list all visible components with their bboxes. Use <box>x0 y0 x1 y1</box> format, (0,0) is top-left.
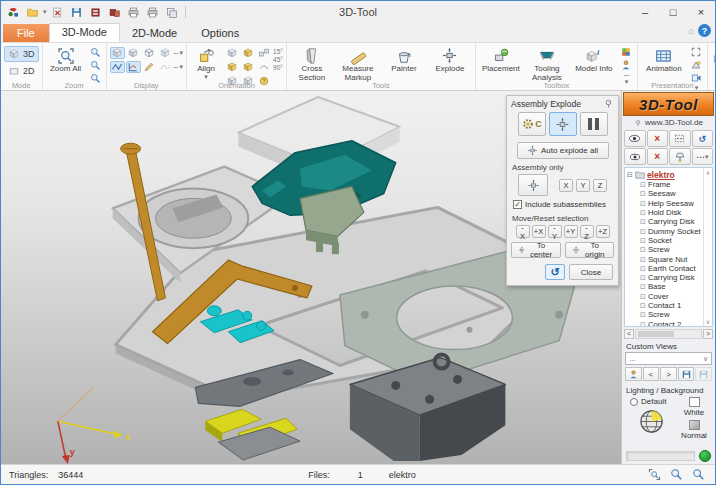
show-part-button[interactable] <box>624 130 646 147</box>
display-pencil-icon[interactable] <box>142 61 157 73</box>
tab-options[interactable]: Options <box>189 25 251 42</box>
scroll-down-arrow[interactable]: ∨ <box>706 318 710 325</box>
white-swatch[interactable] <box>689 397 700 407</box>
expander-icon[interactable]: ⊟ <box>627 171 633 179</box>
zoom-all-button[interactable]: Zoom All <box>46 45 86 74</box>
lighting-default-option[interactable]: Default <box>626 397 676 406</box>
tooling-analysis-button[interactable]: Tooling Analysis <box>525 45 569 83</box>
viewport-3d[interactable]: x y Assembly Explode C <box>1 91 621 464</box>
select-frame-button[interactable] <box>669 130 691 147</box>
hide-all-button[interactable]: × <box>647 148 669 165</box>
app-logo-icon[interactable] <box>5 4 21 20</box>
view-front-icon[interactable] <box>224 61 239 73</box>
move-plus-x-button[interactable]: +X <box>532 225 546 238</box>
align-button[interactable]: Align ▾ <box>190 45 222 80</box>
tab-2d-mode[interactable]: 2D-Mode <box>120 25 189 42</box>
background-normal-option[interactable]: Normal <box>677 420 711 440</box>
angle-45-button[interactable]: 45° <box>273 56 283 63</box>
display-caret-2[interactable]: ▾ <box>180 64 184 70</box>
tree-panel-toggle-icon[interactable] <box>711 47 716 71</box>
print-icon[interactable] <box>145 4 161 20</box>
explode-assembly-button[interactable] <box>518 174 548 196</box>
tree-item[interactable]: ⊡Contact 2 <box>627 319 703 327</box>
include-subassemblies-row[interactable]: ✓ Include subassemblies <box>507 198 618 212</box>
color-grid-icon[interactable] <box>619 46 634 58</box>
explode-panel-titlebar[interactable]: Assembly Explode <box>507 96 618 111</box>
move-minus-z-button[interactable]: -Z <box>580 225 594 238</box>
normal-swatch[interactable] <box>689 420 700 430</box>
tree-root-label[interactable]: elektro <box>647 170 675 180</box>
move-plus-y-button[interactable]: +Y <box>564 225 578 238</box>
open-dropdown-caret[interactable]: ▾ <box>43 9 47 15</box>
explode-close-button[interactable]: Close <box>569 264 613 280</box>
tree-item[interactable]: ⊡Seesaw <box>627 189 703 198</box>
brand-logo[interactable]: 3D-Tool <box>623 92 714 116</box>
animation-button[interactable]: Animation <box>641 45 687 74</box>
tree-item[interactable]: ⊡Screw <box>627 245 703 254</box>
tree-item[interactable]: ⊡Earth Contact <box>627 264 703 273</box>
more-options-button[interactable]: ⋯▾ <box>692 148 714 165</box>
view-walk-button[interactable] <box>625 367 642 381</box>
angle-15-button[interactable]: 15° <box>273 48 283 55</box>
close-file-icon[interactable] <box>50 4 66 20</box>
hscroll-thumb[interactable] <box>638 331 674 337</box>
zoom-in-status-icon[interactable] <box>670 468 683 481</box>
auto-explode-all-button[interactable]: Auto explode all <box>517 142 609 159</box>
help-button[interactable]: ? <box>698 24 711 37</box>
close-button[interactable]: × <box>687 1 715 23</box>
tree-item[interactable]: ⊡Dummy Socket <box>627 226 703 235</box>
measure-markup-button[interactable]: Measure Markup <box>336 45 380 83</box>
explode-button[interactable]: Explode <box>428 45 472 74</box>
mode-2d-button[interactable]: 2D <box>4 63 39 79</box>
tree-item[interactable]: ⊡Frame <box>627 180 703 189</box>
undo-explode-button[interactable]: ↺ <box>545 264 565 280</box>
zoom-out-status-icon[interactable] <box>692 468 705 481</box>
tree-item[interactable]: ⊡Hold Disk <box>627 208 703 217</box>
explode-z-button[interactable]: Z <box>593 179 607 192</box>
explode-mode-button[interactable] <box>549 112 577 136</box>
angle-90-button[interactable]: 90° <box>273 64 283 71</box>
tree-item[interactable]: ⊡Contact 1 <box>627 301 703 310</box>
show-all-button[interactable] <box>624 148 646 165</box>
minimize-button[interactable]: – <box>631 1 659 23</box>
rotate-free-icon[interactable] <box>256 61 271 73</box>
maximize-button[interactable]: □ <box>659 1 687 23</box>
hscroll-track[interactable] <box>635 329 702 339</box>
view-iso-2-icon[interactable] <box>240 47 255 59</box>
restore-view-button[interactable]: ↺ <box>692 130 714 147</box>
rotate-link-icon[interactable] <box>256 47 271 59</box>
display-shaded-icon[interactable] <box>110 47 125 59</box>
background-white-option[interactable]: White <box>677 397 711 417</box>
tree-item[interactable]: ⊡Screw <box>627 310 703 319</box>
tree-item[interactable]: ⊡Carrying Disk <box>627 273 703 282</box>
tree-root-row[interactable]: ⊟ elektro <box>627 169 703 180</box>
tab-file[interactable]: File <box>3 24 49 42</box>
mode-3d-button[interactable]: 3D <box>4 46 39 62</box>
save-file-icon[interactable] <box>69 4 85 20</box>
display-wireframe-icon[interactable] <box>142 47 157 59</box>
to-origin-button[interactable]: To origin <box>565 242 615 258</box>
view-prev-button[interactable]: < <box>643 367 660 381</box>
zoom-in-icon[interactable] <box>88 46 103 58</box>
publish-exe-icon[interactable] <box>88 4 104 20</box>
publish-package-icon[interactable] <box>107 4 123 20</box>
pin-icon[interactable] <box>603 98 614 109</box>
placement-button[interactable]: Placement <box>479 45 523 74</box>
pause-button[interactable] <box>580 112 608 136</box>
display-curves-icon[interactable] <box>110 61 125 73</box>
display-markup-icon[interactable] <box>126 61 141 73</box>
default-radio[interactable] <box>630 398 638 406</box>
painter-button[interactable]: Painter <box>382 45 426 74</box>
tree-item[interactable]: ⊡Base <box>627 282 703 291</box>
display-caret-1[interactable]: ▾ <box>180 50 184 56</box>
view-back-icon[interactable] <box>240 61 255 73</box>
display-transparent-icon[interactable] <box>158 47 173 59</box>
scroll-right-arrow[interactable]: > <box>703 329 713 339</box>
move-minus-x-button[interactable]: -X <box>516 225 530 238</box>
tab-3d-mode[interactable]: 3D-Mode <box>49 23 120 42</box>
move-plus-z-button[interactable]: +Z <box>596 225 610 238</box>
zoom-dynamic-icon[interactable] <box>648 468 661 481</box>
view-next-button[interactable]: > <box>660 367 677 381</box>
scroll-left-arrow[interactable]: < <box>624 329 634 339</box>
lighting-globe-icon[interactable] <box>638 408 665 435</box>
